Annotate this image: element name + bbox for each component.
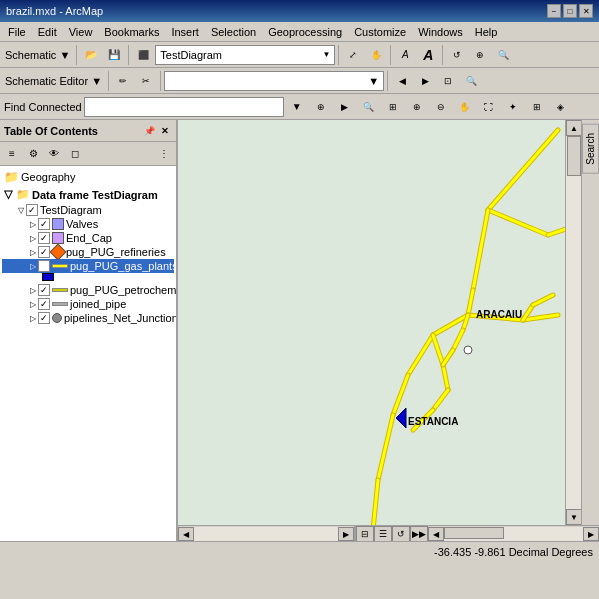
toc-sel-button[interactable]: ◻ [65, 144, 85, 164]
testdiagram-expand[interactable]: ▽ [18, 206, 24, 215]
find-pan-button[interactable]: ⊞ [382, 96, 404, 118]
find-hand-button[interactable]: ✋ [454, 96, 476, 118]
menu-help[interactable]: Help [469, 24, 504, 40]
extra-button[interactable]: ⊕ [469, 44, 491, 66]
refineries-checkbox[interactable] [38, 246, 50, 258]
minimize-button[interactable]: − [547, 4, 561, 18]
save-button[interactable]: 💾 [103, 44, 125, 66]
layer-valves[interactable]: ▷ Valves [2, 217, 174, 231]
sch-fit-button[interactable]: ⊡ [437, 70, 459, 92]
refresh-button[interactable]: ↺ [446, 44, 468, 66]
junctions-expand[interactable]: ▷ [30, 314, 36, 323]
find-connected-row: Find Connected ▼ ⊕ ▶ 🔍 ⊞ ⊕ ⊖ ✋ ⛶ ✦ ⊞ ◈ [0, 94, 599, 120]
menu-edit[interactable]: Edit [32, 24, 63, 40]
menu-customize[interactable]: Customize [348, 24, 412, 40]
layer-joinedpipe[interactable]: ▷ joined_pipe [2, 297, 174, 311]
map-scroll-right-button[interactable]: ▶ [583, 527, 599, 541]
map-scroll-thumb[interactable] [444, 527, 504, 539]
find-zoom-button[interactable]: 🔍 [358, 96, 380, 118]
map-bottom-btn3[interactable]: ↺ [392, 526, 410, 541]
joinedpipe-expand[interactable]: ▷ [30, 300, 36, 309]
pan-button[interactable]: ✋ [365, 44, 387, 66]
toc-title: Table Of Contents [4, 125, 98, 137]
frame-expand-icon[interactable]: ▽ [4, 188, 12, 201]
menu-bookmarks[interactable]: Bookmarks [98, 24, 165, 40]
geography-label: Geography [21, 171, 75, 183]
scroll-thumb[interactable] [567, 136, 581, 176]
search-tab-label[interactable]: Search [582, 124, 599, 174]
layer-petrochem[interactable]: ▷ pug_PUG_petrochem_a [2, 283, 174, 297]
map-bottom-btn1[interactable]: ⊟ [356, 526, 374, 541]
layer-testdiagram[interactable]: ▽ TestDiagram [2, 203, 174, 217]
menu-geoprocessing[interactable]: Geoprocessing [262, 24, 348, 40]
testdiagram-checkbox[interactable] [26, 204, 38, 216]
toc-scroll-right-button[interactable]: ▶ [338, 527, 354, 541]
menu-file[interactable]: File [2, 24, 32, 40]
find-grid-button[interactable]: ⊞ [526, 96, 548, 118]
find-go-button[interactable]: ▶ [334, 96, 356, 118]
find-connected-input[interactable] [84, 97, 284, 117]
find-zoom-in-button[interactable]: ⊕ [406, 96, 428, 118]
sch-fwd-button[interactable]: ▶ [414, 70, 436, 92]
map-bottom-btn2[interactable]: ☰ [374, 526, 392, 541]
sch-separator-2 [160, 71, 161, 91]
scroll-up-button[interactable]: ▲ [566, 120, 582, 136]
toc-close-button[interactable]: ✕ [158, 124, 172, 138]
find-settings-button[interactable]: ⛶ [478, 96, 500, 118]
junctions-checkbox[interactable] [38, 312, 50, 324]
open-button[interactable]: 📂 [80, 44, 102, 66]
zoom-extent-button[interactable]: ⤢ [342, 44, 364, 66]
toc-source-button[interactable]: ⚙ [23, 144, 43, 164]
petrochem-expand[interactable]: ▷ [30, 286, 36, 295]
menu-selection[interactable]: Selection [205, 24, 262, 40]
petrochem-checkbox[interactable] [38, 284, 50, 296]
schematic-editor-menu-button[interactable]: Schematic Editor ▼ [2, 70, 105, 92]
map-bottom-btn4[interactable]: ▶▶ [410, 526, 428, 541]
find-extra-button[interactable]: ◈ [550, 96, 572, 118]
sch-zoom-button[interactable]: 🔍 [460, 70, 482, 92]
find-cursor-button[interactable]: ⊕ [310, 96, 332, 118]
text-small-button[interactable]: A [394, 44, 416, 66]
sch-edit1-button[interactable]: ✏ [112, 70, 134, 92]
toc-pin-button[interactable]: 📌 [142, 124, 156, 138]
maximize-button[interactable]: □ [563, 4, 577, 18]
map-view[interactable]: ARACAIU ESTANCIA [178, 120, 565, 525]
sch-edit2-button[interactable]: ✂ [135, 70, 157, 92]
gasplants-checkbox[interactable] [38, 260, 50, 272]
toc-options-button[interactable]: ⋮ [154, 144, 174, 164]
gasplants-expand[interactable]: ▷ [30, 262, 36, 271]
toc-list-button[interactable]: ≡ [2, 144, 22, 164]
extra2-button[interactable]: 🔍 [492, 44, 514, 66]
schematic-menu-button[interactable]: Schematic ▼ [2, 44, 73, 66]
layer-junctions[interactable]: ▷ pipelines_Net_Junctions [2, 311, 174, 325]
valves-label: Valves [66, 218, 98, 230]
toc-vis-button[interactable]: 👁 [44, 144, 64, 164]
close-button[interactable]: ✕ [579, 4, 593, 18]
scroll-down-button[interactable]: ▼ [566, 509, 582, 525]
menu-windows[interactable]: Windows [412, 24, 469, 40]
find-dropdown-button[interactable]: ▼ [286, 96, 308, 118]
toc-scroll-left-button[interactable]: ◀ [178, 527, 194, 541]
svg-text:ARACAIU: ARACAIU [476, 309, 522, 320]
toolbar-separator-2 [128, 45, 129, 65]
valves-checkbox[interactable] [38, 218, 50, 230]
layer-refineries[interactable]: ▷ pug_PUG_refineries [2, 245, 174, 259]
map-scroll-left-button[interactable]: ◀ [428, 527, 444, 541]
endcap-checkbox[interactable] [38, 232, 50, 244]
find-star-button[interactable]: ✦ [502, 96, 524, 118]
sch-back-button[interactable]: ◀ [391, 70, 413, 92]
endcap-expand[interactable]: ▷ [30, 234, 36, 243]
valves-expand[interactable]: ▷ [30, 220, 36, 229]
sch-mode-dropdown[interactable]: ▼ [164, 71, 384, 91]
gasplants-label: pug_PUG_gas_plants [70, 260, 176, 272]
layer-endcap[interactable]: ▷ End_Cap [2, 231, 174, 245]
text-large-button[interactable]: A [417, 44, 439, 66]
menu-insert[interactable]: Insert [165, 24, 205, 40]
find-zoom-out-button[interactable]: ⊖ [430, 96, 452, 118]
joinedpipe-checkbox[interactable] [38, 298, 50, 310]
menu-view[interactable]: View [63, 24, 99, 40]
diagram-dropdown[interactable]: TestDiagram ▼ [155, 45, 335, 65]
diagram-icon[interactable]: ⬛ [132, 44, 154, 66]
layer-gas-plants[interactable]: ▷ pug_PUG_gas_plants [2, 259, 174, 273]
refineries-expand[interactable]: ▷ [30, 248, 36, 257]
